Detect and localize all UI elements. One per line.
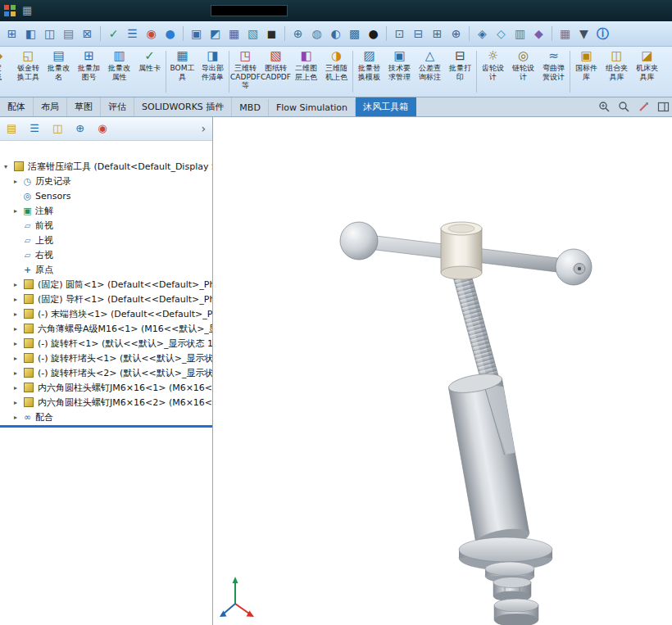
pattern-icon[interactable]: ▧ [244, 25, 261, 43]
gem-icon[interactable]: ◆ [530, 25, 547, 43]
tab-evaluate[interactable]: 评估 [101, 97, 134, 116]
tab-sketch[interactable]: 草图 [67, 97, 101, 116]
ribbon-item-batch-number[interactable]: ⊞ 批量加 图号 [74, 47, 104, 97]
selection-rollback-bar[interactable] [0, 425, 212, 428]
diamond-icon[interactable]: ◇ [493, 25, 510, 43]
tree-item-component[interactable]: 六角薄螺母A级M16<1> (M16<<默认>_显示状态 1>) [0, 321, 212, 336]
ribbon-item-prop-card[interactable]: ✓ 属性卡 [134, 47, 165, 97]
tree-root-item[interactable]: 活塞钳压缩工具 (Default<Default_Display State-1… [0, 159, 212, 174]
ribbon-item-tech-req[interactable]: ▣ 技术要 求管理 [384, 47, 415, 97]
open-icon[interactable]: ◧ [22, 25, 39, 43]
table-icon[interactable]: ▦ [225, 25, 243, 43]
hatch-icon[interactable]: ▩ [346, 25, 363, 43]
ribbon-item-sprocket-design[interactable]: ◎ 链轮设 计 [508, 47, 538, 97]
expander-icon[interactable] [11, 281, 20, 288]
sphere-icon[interactable]: ◍ [308, 25, 325, 43]
save-icon[interactable]: ◫ [41, 25, 58, 43]
ribbon-item-bom-tool[interactable]: ▦ BOM工 具 [167, 47, 198, 97]
panel-flyout-icon[interactable] [657, 101, 670, 113]
ribbon-item-3d-to-cadpdf[interactable]: ◳ 三维转 CADPDF 等 [230, 47, 261, 97]
tab-assembly[interactable]: 配体 [0, 97, 34, 116]
zoom-in-icon[interactable] [598, 101, 611, 113]
tree-item-annotations[interactable]: 注解 [0, 203, 212, 218]
markup-icon[interactable] [638, 101, 650, 113]
book-icon[interactable]: ▥ [511, 25, 529, 43]
expander-icon[interactable] [2, 163, 10, 170]
configurationmanager-tab-icon[interactable]: ◫ [52, 123, 62, 134]
tree-item-history[interactable]: 历史记录 [0, 174, 212, 188]
tab-mbd[interactable]: MBD [232, 99, 269, 116]
plus-box-icon[interactable]: ⊞ [429, 25, 446, 43]
ribbon-item-3d-random-color[interactable]: ◑ 三维随 机上色 [321, 47, 352, 97]
ribbon-item-batch-template[interactable]: ▨ 批量替 换模板 [354, 47, 384, 97]
expander-icon[interactable] [11, 340, 20, 347]
tree-item-component[interactable]: (固定) 导杆<1> (Default<<Default>_PhotoWorks… [0, 292, 212, 306]
ribbon-item-batch-rename[interactable]: ▤ 批量改 名 [43, 47, 74, 97]
expander-icon[interactable] [11, 178, 20, 185]
tree-item-right-plane[interactable]: 右视 [0, 247, 212, 262]
tree-item-origin[interactable]: 原点 [0, 262, 212, 277]
ribbon-item-batch-print[interactable]: ⊟ 批量打 印 [445, 47, 475, 97]
expander-icon[interactable] [11, 384, 20, 392]
dropdown-icon[interactable]: ▼ [575, 25, 593, 43]
expander-icon[interactable] [11, 207, 20, 215]
tree-item-component[interactable]: (-) 旋转杆<1> (默认<<默认>_显示状态 1>) [0, 336, 212, 351]
featuremanager-tab-icon[interactable]: ▤ [7, 123, 16, 134]
target-icon[interactable]: ⊕ [447, 25, 465, 43]
tab-flow-simulation[interactable]: Flow Simulation [269, 99, 356, 116]
expander-icon[interactable] [11, 369, 20, 377]
tree-item-component[interactable]: 内六角圆柱头螺钉JM6×16<2> (M6×16<<默认>_显示状 [0, 395, 212, 410]
check-doc-icon[interactable]: ✓ [105, 25, 122, 43]
tree-item-front-plane[interactable]: 前视 [0, 218, 212, 233]
ribbon-item-clipped[interactable]: ◆ 定 线 [0, 47, 13, 97]
tree-item-component[interactable]: 内六角圆柱头螺钉JM6×16<1> (M6×16<<默认>_显示状 [0, 380, 212, 395]
tab-layout[interactable]: 布局 [34, 97, 67, 116]
tree-item-component[interactable]: (固定) 圆筒<1> (Default<<Default>_PhotoWorks… [0, 277, 212, 292]
tree-item-component[interactable]: (-) 旋转杆堵头<1> (默认<<默认>_显示状态 1>) [0, 351, 212, 365]
expander-icon[interactable] [11, 325, 20, 333]
ribbon-item-machine-fixture-library[interactable]: ◪ 机床夹 具库 [632, 47, 662, 97]
expander-icon[interactable] [11, 310, 20, 318]
ribbon-item-sheetmetal-tool[interactable]: ◱ 钣金转 换工具 [13, 47, 43, 97]
record-icon[interactable]: ● [365, 25, 382, 43]
expander-icon[interactable] [11, 296, 20, 303]
grid-icon[interactable]: ▦ [556, 25, 574, 43]
contrast-icon[interactable]: ◐ [327, 25, 344, 43]
frame-icon[interactable]: ⊡ [391, 25, 408, 43]
expander-icon[interactable] [11, 399, 20, 406]
copy-icon[interactable]: ▣ [188, 25, 205, 43]
ribbon-item-spring-design[interactable]: ≈ 弯曲弹 簧设计 [538, 47, 569, 97]
chevron-right-icon[interactable] [201, 122, 206, 135]
globe-icon[interactable]: ● [161, 25, 179, 43]
ribbon-item-gb-library[interactable]: ▣ 国标件 库 [571, 47, 602, 97]
tree-item-top-plane[interactable]: 上视 [0, 233, 212, 247]
tree-item-sensors[interactable]: Sensors [0, 188, 212, 203]
expander-icon[interactable] [11, 414, 20, 421]
ribbon-item-batch-props[interactable]: ▥ 批量改 属性 [104, 47, 134, 97]
ribbon-item-drawing-to-cadpdf[interactable]: ▧ 图纸转 CADPDF [261, 47, 291, 97]
close-doc-icon[interactable]: ⊠ [79, 25, 96, 43]
properties-icon[interactable]: ▤ [60, 25, 77, 43]
minus-box-icon[interactable]: ⊟ [410, 25, 427, 43]
viewport-canvas[interactable] [213, 117, 672, 625]
propertymanager-tab-icon[interactable]: ☰ [30, 123, 39, 134]
ribbon-item-fixture-library[interactable]: ◫ 组合夹 具库 [602, 47, 632, 97]
ribbon-item-export-parts[interactable]: ◨ 导出部 件清单 [198, 47, 228, 97]
expander-icon[interactable] [11, 355, 20, 362]
tree-item-mates[interactable]: 配合 [0, 410, 212, 424]
printer-icon[interactable]: ◼ [263, 25, 280, 43]
ribbon-item-2d-colorize[interactable]: ◧ 二维图 层上色 [291, 47, 321, 97]
tab-mufeng-toolbox[interactable]: 沐风工具箱 [356, 97, 416, 116]
add-icon[interactable]: ⊕ [289, 25, 306, 43]
tree-item-component[interactable]: (-) 末端挡块<1> (Default<<Default>_PhotoWork… [0, 306, 212, 321]
gem-outline-icon[interactable]: ◈ [474, 25, 491, 43]
tree-item-component[interactable]: (-) 旋转杆堵头<2> (默认<<默认>_显示状态 1>) [0, 365, 212, 380]
ribbon-item-gear-design[interactable]: ☼ 齿轮设 计 [478, 47, 508, 97]
zoom-window-icon[interactable] [618, 101, 630, 113]
document-icon[interactable]: ▦ [22, 5, 32, 16]
view-palette-icon[interactable]: ⊞ [3, 25, 20, 43]
paste-icon[interactable]: ◩ [207, 25, 224, 43]
displaymanager-tab-icon[interactable]: ◉ [98, 123, 107, 134]
app-logo-icon[interactable] [4, 5, 16, 16]
info-icon[interactable]: ⓘ [594, 25, 611, 43]
